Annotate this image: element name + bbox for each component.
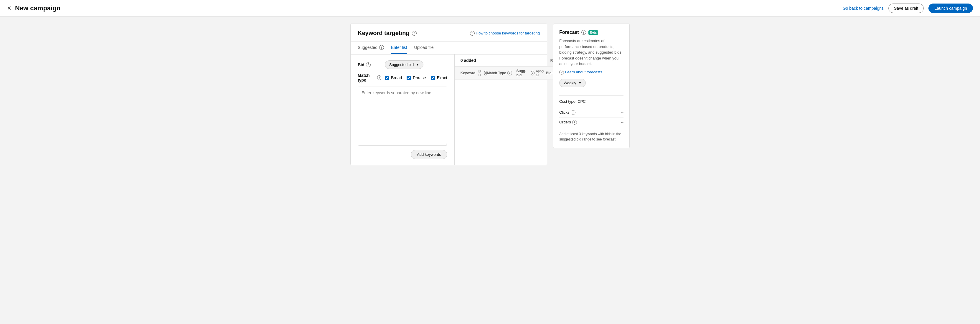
phrase-checkbox-item[interactable]: Phrase — [407, 75, 426, 80]
app-header: ✕ New campaign Go back to campaigns Save… — [0, 0, 980, 16]
checkbox-group: Broad Phrase Exact — [385, 75, 447, 80]
add-keywords-button[interactable]: Add keywords — [411, 150, 447, 159]
panel-container: Bid i Suggested bid ▼ Match type i — [351, 54, 547, 165]
orders-value: -- — [621, 120, 624, 124]
keyword-targeting-card: Keyword targeting i ? How to choose keyw… — [350, 24, 547, 165]
match-type-col-header: Match Type i — [487, 69, 516, 77]
weekly-label: Weekly — [564, 81, 576, 85]
save-draft-button[interactable]: Save as draft — [888, 3, 924, 13]
exact-checkbox-item[interactable]: Exact — [431, 75, 447, 80]
bid-option-label: Suggested bid — [389, 62, 414, 67]
enter-list-panel: Bid i Suggested bid ▼ Match type i — [351, 54, 454, 165]
added-count: 0 added — [461, 58, 476, 63]
forecast-divider — [559, 95, 624, 96]
match-type-label: Match type i — [358, 73, 381, 83]
help-link-label: How to choose keywords for targeting — [476, 31, 540, 35]
exact-checkbox[interactable] — [431, 76, 435, 80]
close-icon[interactable]: ✕ — [7, 6, 11, 11]
clicks-value: -- — [621, 110, 624, 114]
phrase-checkbox[interactable] — [407, 76, 411, 80]
match-type-col-info-icon[interactable]: i — [508, 71, 512, 75]
bid-dropdown-chevron: ▼ — [416, 63, 419, 66]
tab-suggested-info-icon[interactable]: i — [379, 45, 384, 50]
keyword-targeting-info-icon[interactable]: i — [412, 31, 417, 36]
orders-label: Orders — [559, 120, 571, 124]
broad-label: Broad — [391, 75, 402, 80]
orders-info-icon[interactable]: i — [572, 120, 577, 125]
forecast-panel: Forecast i Beta Forecasts are estimates … — [553, 24, 630, 148]
tabs-bar: Suggested i Enter list Upload file — [351, 41, 547, 54]
content-wrapper: Keyword targeting i ? How to choose keyw… — [345, 24, 635, 165]
sugg-bid-col-header: Sugg. bid i Apply all — [516, 69, 546, 77]
clicks-label-group: Clicks i — [559, 110, 576, 115]
card-title-row: Keyword targeting i — [358, 30, 417, 37]
launch-campaign-button[interactable]: Launch campaign — [928, 3, 973, 13]
tab-enter-list[interactable]: Enter list — [391, 41, 407, 54]
apply-all-label[interactable]: Apply all — [536, 69, 544, 77]
phrase-label: Phrase — [413, 75, 426, 80]
broad-checkbox[interactable] — [385, 76, 389, 80]
bid-info-icon[interactable]: i — [366, 62, 371, 67]
page-title: New campaign — [15, 5, 60, 12]
forecast-info-icon[interactable]: i — [581, 30, 586, 35]
exact-label: Exact — [437, 75, 447, 80]
broad-checkbox-item[interactable]: Broad — [385, 75, 402, 80]
tab-suggested[interactable]: Suggested i — [358, 41, 384, 54]
card-title: Keyword targeting — [358, 30, 410, 37]
go-back-link[interactable]: Go back to campaigns — [843, 6, 884, 11]
learn-forecasts-link[interactable]: ? Learn about forecasts — [559, 70, 624, 75]
forecast-title: Forecast — [559, 30, 579, 35]
tab-upload-file[interactable]: Upload file — [414, 41, 433, 54]
tab-upload-file-label: Upload file — [414, 45, 433, 50]
header-actions: Go back to campaigns Save as draft Launc… — [843, 3, 973, 13]
forecast-title-row: Forecast i Beta — [559, 30, 624, 35]
weekly-dropdown[interactable]: Weekly ▼ — [559, 79, 586, 87]
weekly-chevron: ▼ — [578, 81, 581, 84]
help-link[interactable]: ? How to choose keywords for targeting — [470, 31, 540, 36]
help-link-icon: ? — [470, 31, 475, 36]
header-left: ✕ New campaign — [7, 5, 843, 12]
bid-row: Bid i Suggested bid ▼ — [358, 60, 447, 69]
orders-metric-row: Orders i -- — [559, 118, 624, 127]
bid-label: Bid i — [358, 62, 381, 67]
sugg-bid-col-info-icon[interactable]: i — [531, 71, 535, 75]
clicks-info-icon[interactable]: i — [571, 110, 576, 115]
main-content: Keyword targeting i ? How to choose keyw… — [0, 16, 980, 172]
forecast-note: Add at least 3 keywords with bids in the… — [559, 131, 624, 142]
tab-enter-list-label: Enter list — [391, 45, 407, 50]
card-header: Keyword targeting i ? How to choose keyw… — [351, 24, 547, 41]
learn-link-icon: ? — [559, 70, 564, 75]
cost-type-label: Cost type: CPC — [559, 99, 586, 104]
keyword-col-info-icon[interactable]: i — [484, 71, 487, 75]
bid-dropdown[interactable]: Suggested bid ▼ — [385, 60, 423, 69]
clicks-label: Clicks — [559, 110, 570, 114]
keyword-col-header: Keyword IS | IR i — [461, 69, 487, 77]
learn-link-label: Learn about forecasts — [565, 70, 602, 74]
beta-badge: Beta — [589, 30, 598, 35]
cost-type-row: Cost type: CPC — [559, 99, 624, 104]
match-type-row: Match type i Broad Phrase — [358, 73, 447, 83]
tab-suggested-label: Suggested — [358, 45, 377, 50]
orders-label-group: Orders i — [559, 120, 577, 125]
match-type-info-icon[interactable]: i — [377, 75, 381, 80]
forecast-description: Forecasts are estimates of performance b… — [559, 38, 624, 67]
keyword-textarea[interactable] — [358, 87, 447, 146]
clicks-metric-row: Clicks i -- — [559, 108, 624, 118]
